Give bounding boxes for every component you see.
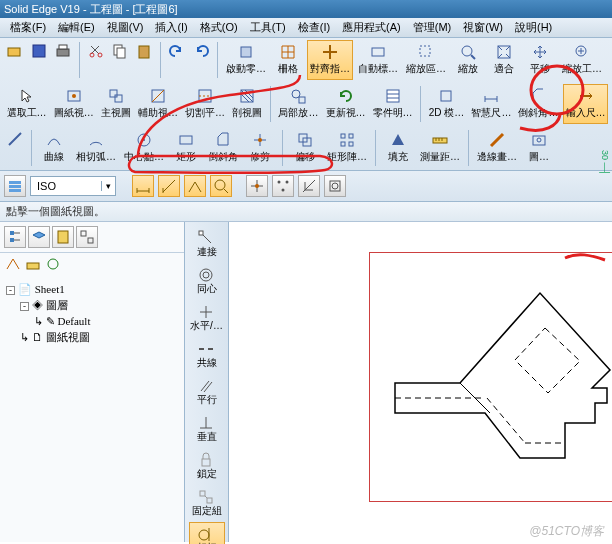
subtab-1[interactable] <box>4 255 22 275</box>
select-tool-button[interactable]: 選取工… <box>4 84 49 124</box>
copy-button[interactable] <box>109 40 131 62</box>
fill-button[interactable]: 填充 <box>381 128 415 168</box>
edge-paint-button[interactable]: 邊線畫… <box>474 128 520 168</box>
svg-rect-73 <box>58 231 68 243</box>
menu-application[interactable]: 應用程式(A) <box>336 18 407 37</box>
left-panel: -📄 Sheet1 -◈ 圖層 ↳ ✎ Default ↳ 🗋 圖紙視圖 <box>0 222 185 542</box>
menu-window[interactable]: 視窗(W) <box>457 18 509 37</box>
curve-button[interactable]: 曲線 <box>37 128 71 168</box>
smart-dimension-button[interactable]: 智慧尺… <box>469 84 514 124</box>
svg-rect-3 <box>59 45 67 49</box>
cut-button[interactable] <box>85 40 107 62</box>
window-title: Solid Edge V19 - 工程圖 - [工程圖6] <box>4 3 178 15</box>
menu-format[interactable]: 格式(O) <box>194 18 244 37</box>
rigidset-relation[interactable]: 固定組 <box>189 485 225 521</box>
tab-layers[interactable] <box>28 226 50 248</box>
svg-point-38 <box>143 139 145 141</box>
svg-rect-89 <box>202 459 210 466</box>
feature-tree[interactable]: -📄 Sheet1 -◈ 圖層 ↳ ✎ Default ↳ 🗋 圖紙視圖 <box>0 277 184 349</box>
svg-point-63 <box>255 184 259 188</box>
status-hint: 點擊一個圖紙視圖。 <box>0 202 612 222</box>
grid-button[interactable]: 柵格 <box>271 40 305 80</box>
svg-rect-8 <box>139 46 149 58</box>
svg-rect-11 <box>420 46 430 56</box>
snap-tool-1[interactable] <box>246 175 268 197</box>
chamfer-dim-button[interactable]: 倒斜角… <box>516 84 561 124</box>
dim-tool-3[interactable] <box>184 175 206 197</box>
layer-dropdown[interactable]: ISO ▾ <box>30 176 116 196</box>
offset-button[interactable]: 偏移 <box>288 128 322 168</box>
menu-edit[interactable]: 編輯(E) <box>52 18 101 37</box>
line-tool-icon[interactable] <box>4 128 26 150</box>
image-capture-button[interactable]: 圖… <box>522 128 556 168</box>
save-button[interactable] <box>28 40 50 62</box>
update-view-button[interactable]: 更新視… <box>323 84 368 124</box>
connect-relation[interactable]: 連接 <box>189 226 225 262</box>
pan-button[interactable]: 平移 <box>523 40 557 80</box>
menu-file[interactable]: 檔案(F) <box>4 18 52 37</box>
svg-point-77 <box>48 259 58 269</box>
svg-line-23 <box>152 90 164 102</box>
svg-rect-0 <box>8 48 20 56</box>
tab-groups[interactable] <box>76 226 98 248</box>
layer-preset-button[interactable] <box>4 175 26 197</box>
align-indicator-button[interactable]: 對齊指… <box>307 40 353 80</box>
concentric-relation[interactable]: 同心 <box>189 263 225 299</box>
paste-button[interactable] <box>133 40 155 62</box>
svg-rect-56 <box>9 189 21 192</box>
tangent-relation[interactable]: 相切 <box>189 522 225 544</box>
menu-view[interactable]: 視圖(V) <box>101 18 150 37</box>
measure-button[interactable]: 測量距… <box>417 128 463 168</box>
menu-check[interactable]: 檢查(I) <box>292 18 336 37</box>
drawing-view-button[interactable]: 圖紙視… <box>51 84 96 124</box>
parts-list-button[interactable]: 零件明… <box>370 84 415 124</box>
tab-library[interactable] <box>52 226 74 248</box>
fit-button[interactable]: 適合 <box>487 40 521 80</box>
dim-tool-4[interactable] <box>210 175 232 197</box>
drawing-canvas[interactable] <box>229 222 612 542</box>
section-view-button[interactable]: 剖視圖 <box>230 84 265 124</box>
zoom-button[interactable]: 縮放 <box>451 40 485 80</box>
print-button[interactable] <box>52 40 74 62</box>
collinear-relation[interactable]: 共線 <box>189 337 225 373</box>
menu-insert[interactable]: 插入(I) <box>149 18 193 37</box>
menu-help[interactable]: 說明(H) <box>509 18 558 37</box>
tab-feature-tree[interactable] <box>4 226 26 248</box>
svg-point-68 <box>332 183 338 189</box>
perpendicular-relation[interactable]: 垂直 <box>189 411 225 447</box>
snap-tool-4[interactable] <box>324 175 346 197</box>
horizvert-relation[interactable]: 水平/… <box>189 300 225 336</box>
zoom-area-button[interactable]: 縮放區… <box>403 40 449 80</box>
open-button[interactable] <box>4 40 26 62</box>
rect-pattern-button[interactable]: 矩形陣… <box>324 128 370 168</box>
lock-relation[interactable]: 鎖定 <box>189 448 225 484</box>
subtab-3[interactable] <box>44 255 62 275</box>
zoom-tool-button[interactable]: 縮放工… <box>559 40 605 80</box>
parallel-relation[interactable]: 平行 <box>189 374 225 410</box>
cutting-plane-button[interactable]: 切割平… <box>183 84 228 124</box>
svg-rect-90 <box>200 491 205 496</box>
insert-dimension-button[interactable]: 輸入尺… <box>563 84 608 124</box>
startpart-button[interactable]: 啟動零… <box>223 40 269 80</box>
subtab-2[interactable] <box>24 255 42 275</box>
rectangle-button[interactable]: 矩形 <box>169 128 203 168</box>
drawing-view-frame[interactable] <box>369 252 612 502</box>
redo-button[interactable] <box>190 40 212 62</box>
auto-annotate-button[interactable]: 自動標… <box>355 40 401 80</box>
undo-button[interactable] <box>166 40 188 62</box>
centerpoint-button[interactable]: 中心點… <box>121 128 167 168</box>
dim-tool-2[interactable] <box>158 175 180 197</box>
2d-model-button[interactable]: 2D 模… <box>426 84 467 124</box>
menu-manage[interactable]: 管理(M) <box>407 18 458 37</box>
aux-view-button[interactable]: 輔助視… <box>135 84 180 124</box>
trim-button[interactable]: 修剪 <box>243 128 277 168</box>
snap-tool-3[interactable] <box>298 175 320 197</box>
detail-zoom-button[interactable]: 局部放… <box>276 84 321 124</box>
dim-tool-1[interactable] <box>132 175 154 197</box>
main-view-button[interactable]: 主視圖 <box>98 84 133 124</box>
tangent-arc-button[interactable]: 相切弧… <box>73 128 119 168</box>
chamfer-button[interactable]: 倒斜角 <box>205 128 241 168</box>
snap-tool-2[interactable] <box>272 175 294 197</box>
menu-tools[interactable]: 工具(T) <box>244 18 292 37</box>
svg-rect-76 <box>27 263 39 269</box>
